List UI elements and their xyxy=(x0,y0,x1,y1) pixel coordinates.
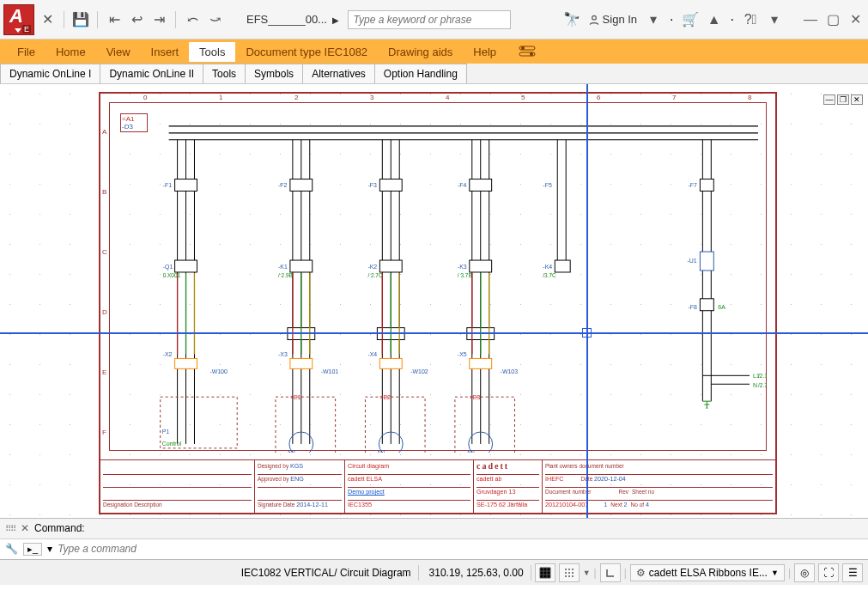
dropdown-icon[interactable]: ▼ xyxy=(583,569,591,577)
workspace-switcher[interactable]: ⚙ cadett ELSA Ribbons IE... ▼ xyxy=(630,564,785,581)
tab-tools[interactable]: Tools xyxy=(203,64,246,83)
cursor-pickbox xyxy=(582,328,592,338)
reference-box: =A1 -D3 xyxy=(120,113,148,132)
minimize-button[interactable]: — xyxy=(801,10,820,29)
zone-row-label: F xyxy=(102,429,106,436)
svg-point-70 xyxy=(565,569,567,570)
chevron-down-icon: ▼ xyxy=(771,569,779,577)
snap-button[interactable] xyxy=(559,563,580,582)
menu-insert[interactable]: Insert xyxy=(141,42,190,62)
menu-bar: File Home View Insert Tools Document typ… xyxy=(0,40,868,64)
zone-col-label: 4 xyxy=(446,94,449,101)
app-store-icon[interactable]: ▲ xyxy=(707,12,722,27)
zone-col-label: 5 xyxy=(521,94,525,101)
menu-tools[interactable]: Tools xyxy=(189,42,235,62)
document-title[interactable]: EFS______00... ▶ xyxy=(246,13,339,26)
close-button[interactable]: ✕ xyxy=(846,10,865,29)
svg-point-72 xyxy=(572,569,574,570)
menu-home[interactable]: Home xyxy=(46,42,96,62)
status-bar: IEC1082 VERTICAL/ Circuit Diagram 310.19… xyxy=(0,559,868,585)
svg-point-73 xyxy=(565,572,567,574)
person-icon xyxy=(588,14,600,26)
clean-screen-button[interactable]: ⛶ xyxy=(818,563,839,582)
command-input[interactable] xyxy=(58,543,863,555)
search-input[interactable] xyxy=(348,10,511,29)
zone-row-label: C xyxy=(102,248,107,256)
drag-handle-icon[interactable]: ⠿⠿ xyxy=(5,524,15,533)
crosshair-vertical xyxy=(586,84,588,518)
zone-col-label: 3 xyxy=(370,94,373,101)
ortho-button[interactable] xyxy=(600,563,621,582)
zone-col-label: 0 xyxy=(143,94,147,101)
ribbon-panel: Dynamic OnLine I Dynamic OnLine II Tools… xyxy=(0,64,868,84)
menu-doctype[interactable]: Document type IEC1082 xyxy=(235,42,378,62)
tab-symbols[interactable]: Symbols xyxy=(245,64,303,83)
cart-icon[interactable]: 🛒 xyxy=(683,12,698,27)
svg-point-3 xyxy=(521,46,525,50)
prompt-chevron-icon: ▾ xyxy=(47,543,52,555)
help-icon[interactable]: ?⃝ xyxy=(743,12,758,27)
menu-button[interactable]: ☰ xyxy=(842,563,863,582)
zone-col-label: 7 xyxy=(672,94,676,101)
step-fwd-icon[interactable]: ⤻ xyxy=(207,12,222,27)
app-menu-button[interactable] xyxy=(3,4,34,35)
title-bar: ✕ 💾 ⇤ ↩ ⇥ ⤺ ⤻ EFS______00... ▶ 🔭 Sign In… xyxy=(0,0,868,40)
isolate-objects-button[interactable]: ◎ xyxy=(794,563,815,582)
maximize-button[interactable]: ▢ xyxy=(823,10,842,29)
step-back-icon[interactable]: ⤺ xyxy=(185,12,200,27)
svg-point-4 xyxy=(530,52,533,56)
panel-switcher-icon[interactable] xyxy=(519,46,536,58)
drawing-canvas[interactable]: — ❐ ✕ 0 1 2 3 4 5 6 7 8 A B C D E F =A1 … xyxy=(0,84,868,518)
svg-point-78 xyxy=(572,575,574,577)
svg-point-71 xyxy=(568,569,570,570)
command-history-label: Command: xyxy=(34,522,85,534)
menu-drawing-aids[interactable]: Drawing aids xyxy=(378,42,463,62)
zone-row-label: A xyxy=(102,128,106,136)
viewport-minimize-icon[interactable]: — xyxy=(823,94,835,105)
zone-col-label: 8 xyxy=(748,94,751,101)
customize-icon[interactable]: 🔧 xyxy=(5,543,18,555)
menu-view[interactable]: View xyxy=(96,42,141,62)
next-page-icon[interactable]: ⇥ xyxy=(151,12,167,27)
back-icon[interactable]: ↩ xyxy=(129,12,144,27)
save-icon[interactable]: 💾 xyxy=(73,12,88,27)
svg-point-77 xyxy=(568,575,570,577)
zone-col-label: 1 xyxy=(219,94,222,101)
tab-dynamic-online-1[interactable]: Dynamic OnLine I xyxy=(0,64,100,83)
grid-display-button[interactable] xyxy=(535,563,555,582)
coordinates-readout: 310.19, 125.63, 0.00 xyxy=(422,565,531,581)
recent-docs-arrow[interactable]: ▶ xyxy=(332,15,339,25)
command-prompt-icon[interactable]: ▸_ xyxy=(23,543,42,556)
svg-point-74 xyxy=(568,572,570,574)
inner-frame: =A1 -D3 xyxy=(109,102,767,451)
prev-page-icon[interactable]: ⇤ xyxy=(106,12,122,27)
zone-row-label: E xyxy=(102,368,106,376)
sign-in-button[interactable]: Sign In xyxy=(588,13,637,26)
layout-status[interactable]: IEC1082 VERTICAL/ Circuit Diagram xyxy=(234,565,419,581)
zone-row-label: B xyxy=(102,188,106,196)
title-block: Designation Description Designed by KGS … xyxy=(100,459,775,513)
close-command-icon[interactable]: ✕ xyxy=(21,522,29,534)
chevron-down-icon[interactable]: ▾ xyxy=(767,12,782,27)
close-doc-icon[interactable]: ✕ xyxy=(39,12,55,27)
quick-access-toolbar: ✕ 💾 ⇤ ↩ ⇥ ⤺ ⤻ xyxy=(39,11,222,28)
viewport-close-icon[interactable]: ✕ xyxy=(851,94,863,105)
binoculars-icon[interactable]: 🔭 xyxy=(564,12,580,27)
command-area: ⠿⠿ ✕ Command: 🔧 ▸_ ▾ xyxy=(0,518,868,559)
svg-point-0 xyxy=(592,15,596,20)
tab-dynamic-online-2[interactable]: Dynamic OnLine II xyxy=(100,64,203,83)
svg-point-76 xyxy=(565,575,567,577)
drawing-frame: 0 1 2 3 4 5 6 7 8 A B C D E F =A1 -D3 xyxy=(99,92,777,514)
viewport-restore-icon[interactable]: ❐ xyxy=(837,94,849,105)
viewport-controls: — ❐ ✕ xyxy=(823,94,863,105)
chevron-down-icon[interactable]: ▾ xyxy=(646,12,661,27)
svg-point-75 xyxy=(572,572,574,574)
zone-col-label: 6 xyxy=(597,94,600,101)
tab-option-handling[interactable]: Option Handling xyxy=(374,64,467,83)
zone-col-label: 2 xyxy=(294,94,298,101)
tab-alternatives[interactable]: Alternatives xyxy=(302,64,375,83)
crosshair-horizontal xyxy=(0,332,868,334)
menu-help[interactable]: Help xyxy=(463,42,507,62)
zone-row-label: D xyxy=(102,308,107,316)
menu-file[interactable]: File xyxy=(7,42,46,62)
